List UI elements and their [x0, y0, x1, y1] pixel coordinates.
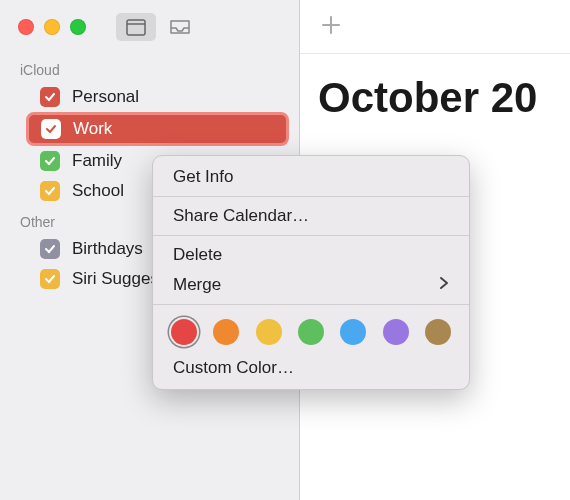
window-controls	[18, 19, 86, 35]
svg-rect-0	[127, 20, 145, 35]
section-header-icloud: iCloud	[0, 54, 299, 82]
fullscreen-window-button[interactable]	[70, 19, 86, 35]
chevron-right-icon	[439, 275, 449, 295]
inbox-icon	[169, 19, 191, 35]
color-swatch-brown[interactable]	[425, 319, 451, 345]
color-swatch-yellow[interactable]	[256, 319, 282, 345]
menu-item-label: Merge	[173, 275, 221, 295]
color-swatch-orange[interactable]	[213, 319, 239, 345]
menu-item-merge[interactable]: Merge	[153, 270, 469, 300]
menu-item-label: Delete	[173, 245, 222, 265]
checkbox-icon[interactable]	[40, 269, 60, 289]
menu-item-get-info[interactable]: Get Info	[153, 162, 469, 192]
color-swatch-blue[interactable]	[340, 319, 366, 345]
menu-separator	[153, 196, 469, 197]
checkbox-icon[interactable]	[41, 119, 61, 139]
color-swatch-row	[153, 309, 469, 353]
context-menu: Get Info Share Calendar… Delete Merge Cu…	[152, 155, 470, 390]
page-title: October 20	[300, 54, 570, 122]
color-swatch-green[interactable]	[298, 319, 324, 345]
calendar-icon	[126, 18, 146, 36]
menu-item-share[interactable]: Share Calendar…	[153, 201, 469, 231]
titlebar	[0, 0, 299, 54]
sidebar-item-label: Family	[72, 151, 122, 171]
menu-item-label: Custom Color…	[173, 358, 294, 378]
close-window-button[interactable]	[18, 19, 34, 35]
menu-item-delete[interactable]: Delete	[153, 240, 469, 270]
sidebar-item-label: Birthdays	[72, 239, 143, 259]
checkbox-icon[interactable]	[40, 239, 60, 259]
color-swatch-red[interactable]	[171, 319, 197, 345]
sidebar-item-work[interactable]: Work	[26, 112, 289, 146]
menu-item-custom-color[interactable]: Custom Color…	[153, 353, 469, 383]
sidebar-item-label: School	[72, 181, 124, 201]
menu-item-label: Share Calendar…	[173, 206, 309, 226]
checkbox-icon[interactable]	[40, 181, 60, 201]
main-toolbar	[300, 0, 570, 54]
checkbox-icon[interactable]	[40, 87, 60, 107]
minimize-window-button[interactable]	[44, 19, 60, 35]
calendar-view-button[interactable]	[116, 13, 156, 41]
plus-icon	[320, 14, 342, 36]
sidebar-item-label: Personal	[72, 87, 139, 107]
sidebar-item-label: Work	[73, 119, 112, 139]
add-event-button[interactable]	[320, 11, 342, 43]
inbox-button[interactable]	[160, 13, 200, 41]
menu-item-label: Get Info	[173, 167, 233, 187]
sidebar-item-personal[interactable]: Personal	[0, 82, 299, 112]
color-swatch-purple[interactable]	[383, 319, 409, 345]
checkbox-icon[interactable]	[40, 151, 60, 171]
menu-separator	[153, 304, 469, 305]
menu-separator	[153, 235, 469, 236]
